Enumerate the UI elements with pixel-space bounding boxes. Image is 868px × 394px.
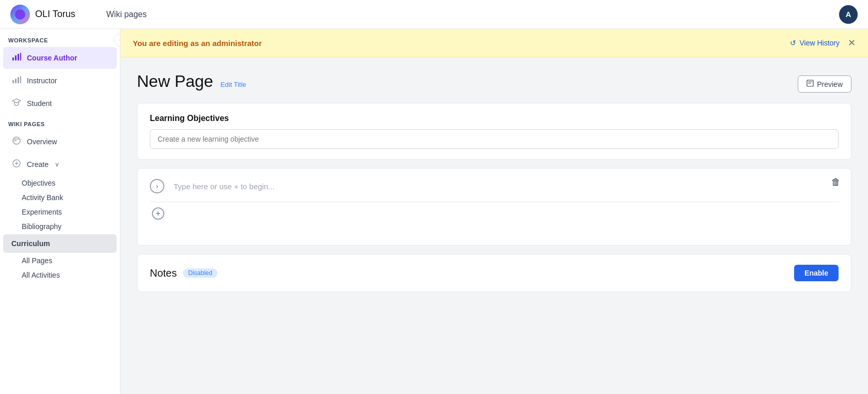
preview-button[interactable]: Preview [798, 75, 851, 93]
view-history-button[interactable]: ↺ View History [790, 39, 840, 47]
sidebar-item-create[interactable]: Create ∨ [3, 154, 117, 175]
svg-rect-3 [18, 54, 19, 60]
create-icon [11, 159, 22, 170]
close-banner-button[interactable]: ✕ [848, 37, 856, 49]
enable-notes-button[interactable]: Enable [794, 265, 839, 281]
svg-rect-1 [12, 57, 14, 60]
logo[interactable]: OLI Torus [10, 5, 75, 24]
nav-page-title: Wiki pages [106, 10, 147, 19]
editor-card: 🗑 › Type here or use + to begin... + [137, 168, 851, 246]
sidebar-sub-experiments[interactable]: Experiments [0, 205, 120, 219]
page-header: New Page Edit Title Preview [137, 72, 851, 93]
sidebar-item-curriculum[interactable]: Curriculum [3, 234, 117, 253]
page-content-area: New Page Edit Title Preview Learning Obj… [120, 57, 868, 394]
edit-title-button[interactable]: Edit Title [221, 81, 246, 88]
learning-objectives-title: Learning Objectives [150, 114, 839, 123]
editor-divider [150, 202, 839, 202]
sidebar-item-label-course-author: Course Author [27, 54, 77, 62]
history-icon: ↺ [790, 39, 796, 47]
notes-card: Notes Disabled Enable [137, 254, 851, 292]
add-content-button[interactable]: + [152, 207, 164, 220]
preview-label: Preview [817, 80, 843, 88]
sidebar: ‹ WORKSPACE Course Author [0, 29, 120, 394]
view-history-label: View History [799, 39, 840, 47]
main-content: You are editing as an administrator ↺ Vi… [120, 29, 868, 394]
overview-icon [11, 136, 22, 147]
editor-toolbar: › Type here or use + to begin... [150, 179, 839, 193]
admin-banner: You are editing as an administrator ↺ Vi… [120, 29, 868, 57]
workspace-label: WORKSPACE [0, 29, 120, 47]
wiki-pages-label: WIKI PAGES [0, 115, 120, 130]
sidebar-item-course-author[interactable]: Course Author [3, 47, 117, 69]
svg-rect-5 [12, 80, 14, 83]
notes-status-badge: Disabled [183, 268, 218, 278]
learning-objective-input[interactable] [150, 129, 839, 149]
learning-objectives-card: Learning Objectives [137, 103, 851, 160]
sidebar-item-label-instructor: Instructor [27, 77, 57, 85]
svg-rect-4 [20, 53, 21, 60]
sidebar-item-label-overview: Overview [27, 138, 57, 146]
student-icon [11, 98, 22, 109]
sidebar-sub-all-pages[interactable]: All Pages [0, 253, 120, 268]
svg-rect-6 [15, 79, 17, 83]
chevron-down-icon: ∨ [55, 161, 59, 168]
svg-rect-8 [20, 76, 21, 83]
sidebar-item-student[interactable]: Student [3, 93, 117, 114]
notes-title: Notes [150, 267, 177, 279]
add-icon: + [156, 209, 160, 218]
logo-icon [10, 5, 30, 24]
sidebar-item-label-create: Create [27, 160, 49, 169]
top-navigation: OLI Torus Wiki pages A [0, 0, 868, 29]
expand-icon: › [156, 182, 159, 190]
sidebar-item-instructor[interactable]: Instructor [3, 70, 117, 92]
page-title: New Page [137, 72, 213, 91]
sidebar-item-label-student: Student [27, 99, 52, 108]
svg-rect-7 [18, 77, 19, 83]
user-avatar[interactable]: A [839, 5, 858, 24]
svg-rect-2 [15, 55, 17, 60]
course-author-icon [11, 52, 22, 64]
expand-button[interactable]: › [150, 179, 164, 193]
sidebar-sub-objectives[interactable]: Objectives [0, 176, 120, 190]
logo-text: OLI Torus [35, 9, 75, 20]
sidebar-item-overview[interactable]: Overview [3, 131, 117, 153]
sidebar-sub-activity-bank[interactable]: Activity Bank [0, 190, 120, 205]
sidebar-item-label-curriculum: Curriculum [11, 239, 50, 248]
delete-icon[interactable]: 🗑 [831, 177, 841, 188]
instructor-icon [11, 75, 22, 86]
admin-banner-text: You are editing as an administrator [133, 39, 790, 48]
svg-point-0 [15, 9, 25, 20]
sidebar-sub-all-activities[interactable]: All Activities [0, 268, 120, 282]
preview-icon [807, 80, 814, 88]
sidebar-sub-bibliography[interactable]: Bibliography [0, 219, 120, 234]
editor-placeholder[interactable]: Type here or use + to begin... [174, 182, 275, 191]
